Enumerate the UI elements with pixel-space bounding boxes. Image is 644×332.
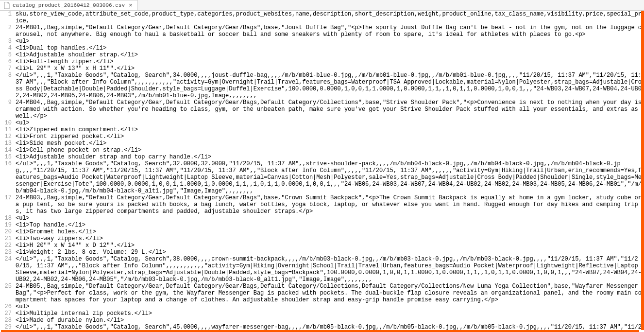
close-tab-icon[interactable]: ×: [128, 2, 134, 9]
line-number: 13: [0, 140, 16, 147]
line-content[interactable]: <li>Multiple internal zip pockets.</li>: [16, 310, 644, 317]
line-number: 23: [0, 249, 16, 256]
tab-filename: catalog_product_20160412_083006.csv: [13, 2, 125, 8]
line-content[interactable]: <li>Two-way zippers.</li>: [16, 235, 644, 242]
line-number: 2: [0, 24, 16, 38]
code-line[interactable]: 224-MB01,,Bag,simple,"Default Category/G…: [0, 24, 644, 38]
line-content[interactable]: <li>L 29"" x W 13"" x H 11"".</li>: [16, 65, 644, 72]
file-tab[interactable]: catalog_product_20160412_083006.csv ×: [0, 0, 138, 10]
line-number: 11: [0, 126, 16, 133]
tab-bar: catalog_product_20160412_083006.csv ×: [0, 0, 644, 11]
code-line[interactable]: 13<li>Side mesh pocket.</li>: [0, 140, 644, 147]
code-content[interactable]: 1sku,store_view_code,attribute_set_code,…: [0, 11, 644, 332]
bottom-change-marker: [1, 330, 639, 332]
line-number: 19: [0, 222, 16, 228]
line-content[interactable]: <li>Cell phone pocket on strap.</li>: [16, 147, 644, 154]
code-line[interactable]: 924-MB04,,Bag,simple,"Default Category/G…: [0, 99, 644, 120]
code-line[interactable]: 4<li>Dual top handles.</li>: [0, 45, 644, 52]
code-line[interactable]: 15<li>Adjustable shoulder strap and top …: [0, 154, 644, 160]
editor-area[interactable]: 1sku,store_view_code,attribute_set_code,…: [0, 11, 644, 332]
code-line[interactable]: 16</ul>",,,1,"Taxable Goods","Catalog, S…: [0, 160, 644, 194]
code-line[interactable]: 6<li>Full-length zipper.</li>: [0, 58, 644, 65]
line-content[interactable]: <li>Zippered main compartment.</li>: [16, 126, 644, 133]
line-content[interactable]: </ul>",,,1,"Taxable Goods","Catalog, Sea…: [16, 72, 644, 99]
line-content[interactable]: 24-MB01,,Bag,simple,"Default Category/Ge…: [16, 24, 644, 38]
line-content[interactable]: <li>Weight: 2 lbs, 8 oz. Volume: 29 L.</…: [16, 249, 644, 256]
line-number: 16: [0, 160, 16, 194]
code-line[interactable]: 19<li>Top handle.</li>: [0, 222, 644, 228]
line-number: 17: [0, 194, 16, 215]
code-line[interactable]: 1sku,store_view_code,attribute_set_code,…: [0, 11, 644, 24]
code-line[interactable]: 22<li>H 20"" x W 14"" x D 12"".</li>: [0, 242, 644, 249]
code-line[interactable]: 14<li>Cell phone pocket on strap.</li>: [0, 147, 644, 154]
line-number: 7: [0, 65, 16, 72]
line-content[interactable]: <li>Grommet holes.</li>: [16, 228, 644, 235]
line-number: 26: [0, 303, 16, 310]
code-line[interactable]: 5<li>Adjustable shoulder strap.</li>: [0, 52, 644, 58]
line-number: 6: [0, 58, 16, 65]
line-number: 3: [0, 38, 16, 45]
line-content[interactable]: 24-MB05,,Bag,simple,"Default Category/Ge…: [16, 283, 644, 303]
line-content[interactable]: 24-MB03,,Bag,simple,"Default Category/Ge…: [16, 194, 644, 215]
line-number: 15: [0, 154, 16, 160]
code-line[interactable]: 28<li>Made of durable nylon.</li>: [0, 317, 644, 324]
line-content[interactable]: <li>Made of durable nylon.</li>: [16, 317, 644, 324]
code-line[interactable]: 27<li>Multiple internal zip pockets.</li…: [0, 310, 644, 317]
line-content[interactable]: <ul>: [16, 38, 644, 45]
line-content[interactable]: <ul>: [16, 215, 644, 222]
line-content[interactable]: <li>Dual top handles.</li>: [16, 45, 644, 52]
line-number: 10: [0, 120, 16, 126]
code-line[interactable]: 7<li>L 29"" x W 13"" x H 11"".</li>: [0, 65, 644, 72]
change-marker: [641, 11, 644, 330]
line-number: 18: [0, 215, 16, 222]
code-line[interactable]: 2524-MB05,,Bag,simple,"Default Category/…: [0, 283, 644, 303]
code-line[interactable]: 21<li>Two-way zippers.</li>: [0, 235, 644, 242]
line-content[interactable]: <li>Top handle.</li>: [16, 222, 644, 228]
code-line[interactable]: 11<li>Zippered main compartment.</li>: [0, 126, 644, 133]
line-number: 5: [0, 52, 16, 58]
code-line[interactable]: 1724-MB03,,Bag,simple,"Default Category/…: [0, 194, 644, 215]
line-content[interactable]: <li>H 20"" x W 14"" x D 12"".</li>: [16, 242, 644, 249]
line-content[interactable]: <li>Full-length zipper.</li>: [16, 58, 644, 65]
line-number: 24: [0, 256, 16, 283]
code-line[interactable]: 12<li>Front zippered pocket.</li>: [0, 133, 644, 140]
code-line[interactable]: 10<ul>: [0, 120, 644, 126]
line-content[interactable]: <li>Adjustable shoulder strap.</li>: [16, 52, 644, 58]
file-icon: [4, 2, 10, 9]
line-number: 1: [0, 11, 16, 24]
line-number: 9: [0, 99, 16, 120]
line-number: 20: [0, 228, 16, 235]
line-number: 25: [0, 283, 16, 303]
line-content[interactable]: <ul>: [16, 303, 644, 310]
line-number: 12: [0, 133, 16, 140]
line-number: 22: [0, 242, 16, 249]
line-content[interactable]: 24-MB04,,Bag,simple,"Default Category/Ge…: [16, 99, 644, 120]
line-number: 27: [0, 310, 16, 317]
code-line[interactable]: 23<li>Weight: 2 lbs, 8 oz. Volume: 29 L.…: [0, 249, 644, 256]
line-content[interactable]: <li>Front zippered pocket.</li>: [16, 133, 644, 140]
line-number: 8: [0, 72, 16, 99]
line-content[interactable]: </ul>",,,1,"Taxable Goods","Catalog, Sea…: [16, 160, 644, 194]
line-content[interactable]: </ul>",,,1,"Taxable Goods","Catalog, Sea…: [16, 256, 644, 283]
line-number: 14: [0, 147, 16, 154]
line-number: 21: [0, 235, 16, 242]
line-content[interactable]: <ul>: [16, 120, 644, 126]
line-number: 28: [0, 317, 16, 324]
code-line[interactable]: 26<ul>: [0, 303, 644, 310]
line-content[interactable]: <li>Side mesh pocket.</li>: [16, 140, 644, 147]
code-line[interactable]: 3<ul>: [0, 38, 644, 45]
line-content[interactable]: <li>Adjustable shoulder strap and top ca…: [16, 154, 644, 160]
code-line[interactable]: 20<li>Grommet holes.</li>: [0, 228, 644, 235]
code-line[interactable]: 24</ul>",,,1,"Taxable Goods","Catalog, S…: [0, 256, 644, 283]
code-line[interactable]: 8</ul>",,,1,"Taxable Goods","Catalog, Se…: [0, 72, 644, 99]
line-number: 4: [0, 45, 16, 52]
code-line[interactable]: 18<ul>: [0, 215, 644, 222]
line-content[interactable]: sku,store_view_code,attribute_set_code,p…: [16, 11, 644, 24]
